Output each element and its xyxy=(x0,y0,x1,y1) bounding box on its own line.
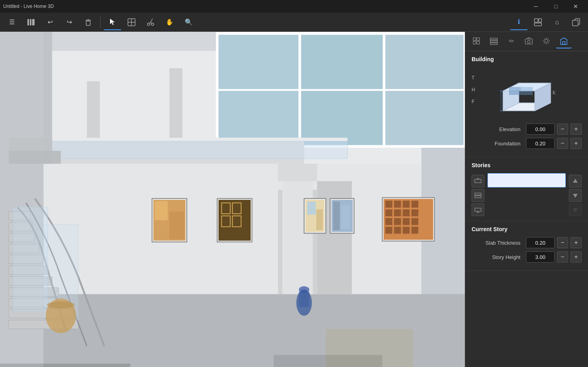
redo-button[interactable]: ↪ xyxy=(60,14,78,30)
story-item-current[interactable] xyxy=(487,173,566,187)
sub-tab-walls[interactable] xyxy=(486,34,502,48)
foundation-row: Foundation − + xyxy=(472,138,582,149)
trim-button[interactable] xyxy=(142,14,159,30)
sub-tab-camera[interactable] xyxy=(521,34,537,48)
window-controls: ─ □ ✕ xyxy=(527,0,585,13)
svg-rect-87 xyxy=(412,201,418,207)
svg-rect-76 xyxy=(307,201,316,214)
story-down[interactable] xyxy=(569,189,582,202)
titlebar: Untitled - Live Home 3D ─ □ ✕ xyxy=(0,0,588,13)
svg-rect-89 xyxy=(394,209,401,216)
building-labels: T H F xyxy=(472,75,475,104)
slab-thickness-increase[interactable]: + xyxy=(571,237,582,248)
build-button[interactable] xyxy=(123,14,140,30)
story-delete[interactable] xyxy=(569,203,582,216)
svg-rect-130 xyxy=(563,42,565,44)
building-section: Building T H F xyxy=(465,51,588,157)
svg-rect-145 xyxy=(475,196,481,198)
right-panel: ✏ xyxy=(465,32,588,367)
svg-rect-66 xyxy=(155,201,168,220)
svg-rect-116 xyxy=(490,38,497,40)
manage-stories[interactable] xyxy=(472,189,484,202)
library-button[interactable] xyxy=(22,14,40,30)
svg-rect-104 xyxy=(52,141,348,158)
foundation-input[interactable] xyxy=(526,138,555,149)
svg-point-120 xyxy=(528,41,530,43)
svg-rect-56 xyxy=(13,207,48,311)
svg-line-11 xyxy=(149,22,151,23)
svg-rect-85 xyxy=(394,201,401,207)
search-button[interactable]: 🔍 xyxy=(180,14,197,30)
current-story-section: Current Story Slab Thickness − + Story H… xyxy=(465,221,588,271)
svg-rect-97 xyxy=(394,227,401,234)
undo-button[interactable]: ↩ xyxy=(41,14,59,30)
minimize-button[interactable]: ─ xyxy=(527,0,545,13)
sub-tab-building[interactable] xyxy=(556,34,572,48)
window-title: Untitled - Live Home 3D xyxy=(3,4,54,9)
tab-house[interactable]: ⌂ xyxy=(548,14,566,30)
svg-rect-69 xyxy=(219,200,251,241)
svg-marker-135 xyxy=(509,87,521,95)
current-story-title: Current Story xyxy=(472,226,582,232)
add-basement[interactable] xyxy=(472,203,484,216)
svg-rect-81 xyxy=(341,205,350,229)
building-diagram: T H F xyxy=(472,67,582,119)
delete-button[interactable] xyxy=(79,14,97,30)
scene-view xyxy=(0,32,465,367)
svg-rect-106 xyxy=(169,68,182,138)
svg-rect-88 xyxy=(385,209,392,216)
maximize-button[interactable]: □ xyxy=(547,0,565,13)
sub-tab-sun[interactable] xyxy=(538,34,554,48)
foundation-decrease[interactable]: − xyxy=(557,138,568,149)
svg-rect-2 xyxy=(32,19,35,25)
svg-rect-91 xyxy=(412,209,418,216)
elevation-label: Elevation xyxy=(472,126,524,132)
svg-rect-114 xyxy=(473,41,476,44)
sub-tab-pencil[interactable]: ✏ xyxy=(503,34,519,48)
slab-thickness-input[interactable] xyxy=(526,237,555,248)
svg-rect-3 xyxy=(86,21,90,25)
tab-3d[interactable] xyxy=(567,14,585,30)
panel-sub-tabs: ✏ xyxy=(465,32,588,51)
svg-rect-90 xyxy=(403,209,410,216)
elevation-row: Elevation − + xyxy=(472,124,582,135)
svg-rect-98 xyxy=(403,227,410,234)
svg-rect-146 xyxy=(475,208,481,211)
story-list-icons xyxy=(472,173,484,216)
stories-area xyxy=(472,173,582,216)
tab-info[interactable]: ℹ xyxy=(510,14,528,30)
svg-rect-99 xyxy=(412,227,418,234)
foundation-label: Foundation xyxy=(472,141,524,147)
svg-rect-144 xyxy=(475,193,481,195)
story-up[interactable] xyxy=(569,175,582,187)
svg-line-128 xyxy=(548,39,549,39)
story-height-increase[interactable]: + xyxy=(571,251,582,263)
elevation-input[interactable] xyxy=(526,124,555,135)
viewport[interactable] xyxy=(0,32,465,367)
svg-rect-15 xyxy=(539,19,542,22)
add-story-above[interactable] xyxy=(472,175,484,187)
menu-button[interactable]: ☰ xyxy=(3,14,21,30)
sub-tab-objects[interactable] xyxy=(468,34,484,48)
elevation-decrease[interactable]: − xyxy=(557,124,568,135)
elevation-increase[interactable]: + xyxy=(571,124,582,135)
close-button[interactable]: ✕ xyxy=(567,0,585,13)
select-button[interactable] xyxy=(104,14,121,30)
svg-rect-86 xyxy=(403,201,410,207)
story-height-input[interactable] xyxy=(526,251,555,263)
svg-rect-1 xyxy=(30,19,31,25)
svg-rect-84 xyxy=(385,201,392,207)
building-3d-icon: E xyxy=(495,67,559,119)
main-toolbar: ☰ ↩ ↪ xyxy=(0,13,588,32)
svg-rect-102 xyxy=(299,292,309,307)
story-height-decrease[interactable]: − xyxy=(557,251,568,263)
tab-layout[interactable] xyxy=(529,14,547,30)
svg-text:E: E xyxy=(553,90,555,95)
svg-line-126 xyxy=(544,39,545,39)
svg-rect-107 xyxy=(9,151,61,164)
pan-button[interactable]: ✋ xyxy=(161,14,178,30)
svg-line-13 xyxy=(151,19,153,22)
slab-thickness-decrease[interactable]: − xyxy=(557,237,568,248)
foundation-increase[interactable]: + xyxy=(571,138,582,149)
svg-rect-62 xyxy=(278,164,317,181)
